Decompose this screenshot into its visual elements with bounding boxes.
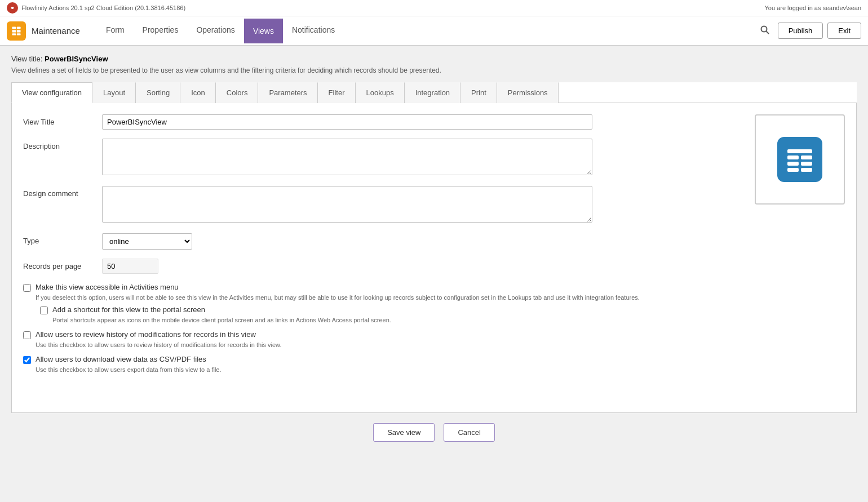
svg-rect-1 — [12, 26, 16, 29]
tab-permissions[interactable]: Permissions — [497, 82, 559, 103]
tab-sorting[interactable]: Sorting — [136, 82, 180, 103]
type-control: online offline report — [102, 233, 592, 250]
description-row: Description — [23, 139, 743, 177]
tab-colors[interactable]: Colors — [216, 82, 259, 103]
svg-line-8 — [766, 31, 769, 34]
cancel-button[interactable]: Cancel — [444, 423, 494, 442]
view-title-row: View Title — [23, 114, 743, 130]
checkbox3-label: Allow users to review history of modific… — [36, 330, 256, 339]
form-panel: View Title Description Design comment — [11, 103, 857, 413]
bottom-bar: Save view Cancel — [0, 413, 868, 452]
tab-view-configuration[interactable]: View configuration — [11, 82, 92, 103]
checkbox1-row: Make this view accessible in Activities … — [23, 283, 845, 292]
records-per-page-input[interactable] — [102, 259, 158, 274]
type-row: Type online offline report — [23, 233, 845, 250]
svg-rect-16 — [801, 168, 812, 172]
view-description: View defines a set of fields to be prese… — [11, 66, 857, 74]
svg-rect-15 — [787, 168, 799, 172]
checkbox4-input[interactable] — [23, 356, 31, 364]
form-fields: View Title Description Design comment — [23, 114, 743, 233]
search-button[interactable] — [756, 21, 773, 41]
checkbox3-input[interactable] — [23, 331, 31, 339]
top-bar: Flowfinity Actions 20.1 sp2 Cloud Editio… — [0, 0, 868, 16]
checkbox3-desc: Use this checkbox to allow users to revi… — [36, 341, 845, 348]
checkbox2-desc: Portal shortcuts appear as icons on the … — [52, 317, 845, 323]
design-comment-row: Design comment — [23, 186, 743, 224]
tab-integration[interactable]: Integration — [405, 82, 460, 103]
view-title-value: PowerBISyncView — [45, 55, 108, 63]
type-label: Type — [23, 233, 102, 245]
exit-button[interactable]: Exit — [827, 23, 861, 39]
svg-rect-13 — [787, 162, 799, 166]
checkbox2-input[interactable] — [40, 306, 48, 314]
checkbox1-desc: If you deselect this option, users will … — [36, 294, 845, 301]
tab-print[interactable]: Print — [460, 82, 497, 103]
view-title-input[interactable] — [102, 114, 592, 130]
nav-link-properties[interactable]: Properties — [134, 17, 188, 44]
save-view-button[interactable]: Save view — [373, 423, 435, 442]
svg-rect-6 — [17, 33, 21, 35]
view-title-field-control — [102, 114, 592, 130]
tab-filter[interactable]: Filter — [318, 82, 356, 103]
checkbox4-label: Allow users to download view data as CSV… — [36, 355, 206, 363]
tab-lookups[interactable]: Lookups — [356, 82, 405, 103]
publish-button[interactable]: Publish — [778, 23, 823, 39]
description-control — [102, 139, 592, 177]
app-logo — [7, 2, 18, 14]
nav-links: Form Properties Operations Views Notific… — [97, 17, 756, 44]
svg-rect-2 — [17, 26, 21, 29]
svg-rect-4 — [17, 30, 21, 32]
tab-layout[interactable]: Layout — [92, 82, 136, 103]
checkbox1-input[interactable] — [23, 284, 31, 292]
svg-rect-3 — [12, 30, 16, 32]
view-title-line: View title: PowerBISyncView — [11, 55, 857, 63]
checkbox3-section: Allow users to review history of modific… — [23, 330, 845, 348]
top-form-section: View Title Description Design comment — [23, 114, 845, 233]
content-area: View title: PowerBISyncView View defines… — [0, 46, 868, 413]
svg-rect-12 — [801, 156, 812, 159]
description-label: Description — [23, 139, 102, 150]
icon-preview-inner — [777, 137, 822, 182]
design-comment-control — [102, 186, 592, 224]
checkbox4-desc: Use this checkbox to allow users export … — [36, 366, 845, 373]
version-text: Flowfinity Actions 20.1 sp2 Cloud Editio… — [21, 5, 185, 11]
nav-app-title: Maintenance — [32, 26, 80, 35]
nav-link-form[interactable]: Form — [97, 17, 134, 44]
nav-link-operations[interactable]: Operations — [187, 17, 243, 44]
view-title-prefix: View title: — [11, 55, 45, 63]
sub-checkbox2-section: Add a shortcut for this view to the port… — [40, 305, 845, 323]
app-icon — [7, 21, 26, 41]
top-bar-left: Flowfinity Actions 20.1 sp2 Cloud Editio… — [7, 2, 185, 14]
design-comment-label: Design comment — [23, 186, 102, 198]
design-comment-textarea[interactable] — [102, 186, 592, 223]
nav-bar: Maintenance Form Properties Operations V… — [0, 16, 868, 46]
nav-link-views[interactable]: Views — [244, 19, 283, 43]
svg-rect-11 — [787, 156, 799, 159]
tab-icon[interactable]: Icon — [180, 82, 216, 103]
type-select[interactable]: online offline report — [102, 233, 192, 250]
checkbox1-section: Make this view accessible in Activities … — [23, 283, 845, 323]
checkbox2-row: Add a shortcut for this view to the port… — [40, 305, 845, 314]
view-title-field-label: View Title — [23, 114, 102, 126]
icon-preview-box — [755, 114, 845, 205]
records-per-page-row: Records per page — [23, 259, 845, 274]
svg-point-7 — [761, 26, 767, 32]
logged-in-text: You are logged in as seandev\sean — [765, 5, 861, 11]
nav-right: Publish Exit — [756, 21, 861, 41]
checkbox4-row: Allow users to download view data as CSV… — [23, 355, 845, 364]
tab-parameters[interactable]: Parameters — [258, 82, 317, 103]
checkbox4-section: Allow users to download view data as CSV… — [23, 355, 845, 373]
checkbox1-label: Make this view accessible in Activities … — [36, 283, 179, 291]
checkbox3-row: Allow users to review history of modific… — [23, 330, 845, 339]
checkbox2-label: Add a shortcut for this view to the port… — [52, 305, 205, 314]
records-per-page-label: Records per page — [23, 259, 102, 270]
tabs-bar: View configuration Layout Sorting Icon C… — [11, 82, 857, 103]
nav-link-notifications[interactable]: Notifications — [283, 17, 344, 44]
svg-rect-10 — [787, 149, 812, 153]
description-textarea[interactable] — [102, 139, 592, 175]
records-per-page-control — [102, 259, 592, 274]
svg-rect-14 — [801, 162, 812, 166]
svg-rect-5 — [12, 33, 16, 35]
